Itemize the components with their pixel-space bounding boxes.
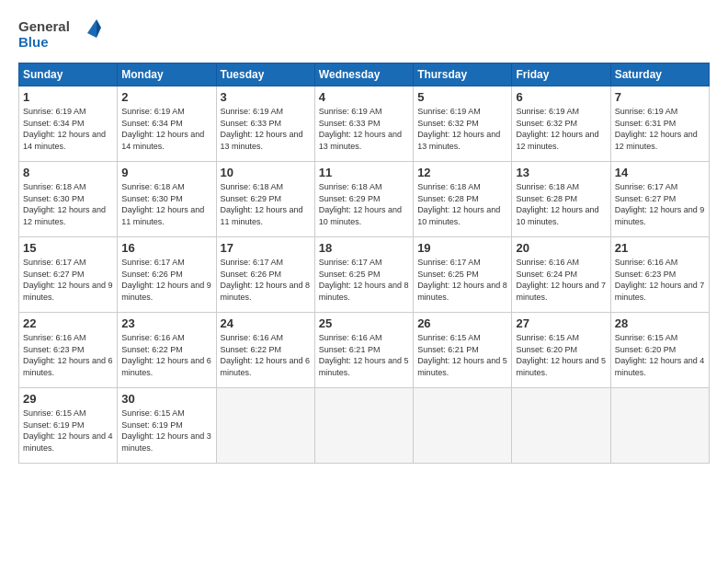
calendar-cell: 10 Sunrise: 6:18 AM Sunset: 6:29 PM Dayl…	[216, 162, 314, 237]
day-number: 2	[121, 90, 211, 104]
day-info: Sunrise: 6:15 AM Sunset: 6:19 PM Dayligh…	[23, 408, 113, 454]
day-info: Sunrise: 6:19 AM Sunset: 6:33 PM Dayligh…	[221, 106, 311, 152]
calendar-cell: 29 Sunrise: 6:15 AM Sunset: 6:19 PM Dayl…	[19, 388, 118, 464]
day-number: 27	[516, 316, 606, 330]
day-number: 1	[23, 90, 113, 104]
calendar-cell: 28 Sunrise: 6:15 AM Sunset: 6:20 PM Dayl…	[610, 313, 709, 388]
calendar-cell: 6 Sunrise: 6:19 AM Sunset: 6:32 PM Dayli…	[512, 86, 610, 162]
day-number: 14	[615, 166, 705, 179]
day-info: Sunrise: 6:17 AM Sunset: 6:25 PM Dayligh…	[319, 257, 409, 303]
day-number: 18	[319, 241, 409, 255]
calendar-cell	[414, 388, 512, 464]
day-number: 30	[121, 392, 211, 406]
calendar-cell: 1 Sunrise: 6:19 AM Sunset: 6:34 PM Dayli…	[19, 86, 118, 162]
day-number: 6	[516, 90, 606, 104]
day-number: 12	[417, 166, 507, 179]
calendar-cell: 18 Sunrise: 6:17 AM Sunset: 6:25 PM Dayl…	[314, 237, 413, 313]
calendar-cell	[610, 388, 709, 464]
day-number: 11	[319, 166, 409, 179]
day-number: 4	[319, 90, 409, 104]
day-of-week-header: Friday	[512, 63, 610, 86]
day-info: Sunrise: 6:19 AM Sunset: 6:34 PM Dayligh…	[23, 106, 113, 152]
day-number: 16	[121, 241, 211, 255]
calendar-cell: 27 Sunrise: 6:15 AM Sunset: 6:20 PM Dayl…	[512, 313, 610, 388]
day-info: Sunrise: 6:16 AM Sunset: 6:21 PM Dayligh…	[319, 332, 409, 378]
day-info: Sunrise: 6:19 AM Sunset: 6:32 PM Dayligh…	[417, 106, 507, 152]
calendar-cell: 8 Sunrise: 6:18 AM Sunset: 6:30 PM Dayli…	[19, 162, 118, 237]
day-number: 17	[221, 241, 311, 255]
day-info: Sunrise: 6:18 AM Sunset: 6:28 PM Dayligh…	[417, 181, 507, 227]
day-of-week-header: Tuesday	[216, 63, 314, 86]
calendar-cell: 12 Sunrise: 6:18 AM Sunset: 6:28 PM Dayl…	[414, 162, 512, 237]
day-number: 19	[417, 241, 507, 255]
day-info: Sunrise: 6:16 AM Sunset: 6:23 PM Dayligh…	[23, 332, 113, 378]
day-info: Sunrise: 6:18 AM Sunset: 6:30 PM Dayligh…	[121, 181, 211, 227]
logo-svg: General Blue	[18, 15, 101, 53]
day-info: Sunrise: 6:18 AM Sunset: 6:30 PM Dayligh…	[23, 181, 113, 227]
calendar-cell: 19 Sunrise: 6:17 AM Sunset: 6:25 PM Dayl…	[414, 237, 512, 313]
day-info: Sunrise: 6:15 AM Sunset: 6:20 PM Dayligh…	[516, 332, 606, 378]
day-info: Sunrise: 6:19 AM Sunset: 6:31 PM Dayligh…	[615, 106, 705, 152]
calendar-cell: 5 Sunrise: 6:19 AM Sunset: 6:32 PM Dayli…	[414, 86, 512, 162]
day-number: 25	[319, 316, 409, 330]
calendar-cell: 25 Sunrise: 6:16 AM Sunset: 6:21 PM Dayl…	[314, 313, 413, 388]
calendar-cell: 14 Sunrise: 6:17 AM Sunset: 6:27 PM Dayl…	[610, 162, 709, 237]
calendar-cell: 24 Sunrise: 6:16 AM Sunset: 6:22 PM Dayl…	[216, 313, 314, 388]
day-info: Sunrise: 6:19 AM Sunset: 6:33 PM Dayligh…	[319, 106, 409, 152]
day-info: Sunrise: 6:16 AM Sunset: 6:24 PM Dayligh…	[516, 257, 606, 303]
day-info: Sunrise: 6:18 AM Sunset: 6:29 PM Dayligh…	[319, 181, 409, 227]
day-info: Sunrise: 6:16 AM Sunset: 6:23 PM Dayligh…	[615, 257, 705, 303]
day-info: Sunrise: 6:15 AM Sunset: 6:19 PM Dayligh…	[121, 408, 211, 454]
day-info: Sunrise: 6:18 AM Sunset: 6:29 PM Dayligh…	[221, 181, 311, 227]
calendar-cell: 23 Sunrise: 6:16 AM Sunset: 6:22 PM Dayl…	[118, 313, 216, 388]
calendar-cell: 30 Sunrise: 6:15 AM Sunset: 6:19 PM Dayl…	[118, 388, 216, 464]
day-info: Sunrise: 6:18 AM Sunset: 6:28 PM Dayligh…	[516, 181, 606, 227]
calendar-cell: 2 Sunrise: 6:19 AM Sunset: 6:34 PM Dayli…	[118, 86, 216, 162]
calendar-cell	[216, 388, 314, 464]
calendar-cell: 11 Sunrise: 6:18 AM Sunset: 6:29 PM Dayl…	[314, 162, 413, 237]
day-number: 22	[23, 316, 113, 330]
calendar-cell: 26 Sunrise: 6:15 AM Sunset: 6:21 PM Dayl…	[414, 313, 512, 388]
day-number: 20	[516, 241, 606, 255]
calendar-cell: 3 Sunrise: 6:19 AM Sunset: 6:33 PM Dayli…	[216, 86, 314, 162]
day-info: Sunrise: 6:19 AM Sunset: 6:34 PM Dayligh…	[121, 106, 211, 152]
calendar-cell: 9 Sunrise: 6:18 AM Sunset: 6:30 PM Dayli…	[118, 162, 216, 237]
logo: General Blue	[18, 15, 101, 53]
day-info: Sunrise: 6:15 AM Sunset: 6:21 PM Dayligh…	[417, 332, 507, 378]
day-info: Sunrise: 6:15 AM Sunset: 6:20 PM Dayligh…	[615, 332, 705, 378]
svg-text:Blue: Blue	[18, 34, 49, 50]
day-info: Sunrise: 6:17 AM Sunset: 6:26 PM Dayligh…	[121, 257, 211, 303]
svg-text:General: General	[18, 18, 70, 34]
day-number: 10	[221, 166, 311, 179]
calendar: SundayMondayTuesdayWednesdayThursdayFrid…	[18, 63, 710, 464]
day-of-week-header: Saturday	[610, 63, 709, 86]
day-number: 3	[221, 90, 311, 104]
day-number: 7	[615, 90, 705, 104]
header: General Blue	[18, 15, 710, 53]
calendar-cell: 16 Sunrise: 6:17 AM Sunset: 6:26 PM Dayl…	[118, 237, 216, 313]
day-number: 29	[23, 392, 113, 406]
day-number: 24	[221, 316, 311, 330]
day-info: Sunrise: 6:17 AM Sunset: 6:27 PM Dayligh…	[23, 257, 113, 303]
day-info: Sunrise: 6:16 AM Sunset: 6:22 PM Dayligh…	[121, 332, 211, 378]
day-number: 26	[417, 316, 507, 330]
day-number: 23	[121, 316, 211, 330]
day-number: 8	[23, 166, 113, 179]
day-info: Sunrise: 6:19 AM Sunset: 6:32 PM Dayligh…	[516, 106, 606, 152]
svg-marker-2	[87, 19, 97, 38]
day-of-week-header: Monday	[118, 63, 216, 86]
day-number: 13	[516, 166, 606, 179]
calendar-cell	[512, 388, 610, 464]
calendar-cell: 7 Sunrise: 6:19 AM Sunset: 6:31 PM Dayli…	[610, 86, 709, 162]
day-info: Sunrise: 6:17 AM Sunset: 6:25 PM Dayligh…	[417, 257, 507, 303]
day-of-week-header: Wednesday	[314, 63, 413, 86]
calendar-cell: 20 Sunrise: 6:16 AM Sunset: 6:24 PM Dayl…	[512, 237, 610, 313]
day-of-week-header: Sunday	[19, 63, 118, 86]
day-number: 9	[121, 166, 211, 179]
svg-marker-3	[97, 19, 101, 38]
calendar-cell	[314, 388, 413, 464]
calendar-cell: 21 Sunrise: 6:16 AM Sunset: 6:23 PM Dayl…	[610, 237, 709, 313]
calendar-cell: 15 Sunrise: 6:17 AM Sunset: 6:27 PM Dayl…	[19, 237, 118, 313]
day-number: 28	[615, 316, 705, 330]
calendar-cell: 13 Sunrise: 6:18 AM Sunset: 6:28 PM Dayl…	[512, 162, 610, 237]
